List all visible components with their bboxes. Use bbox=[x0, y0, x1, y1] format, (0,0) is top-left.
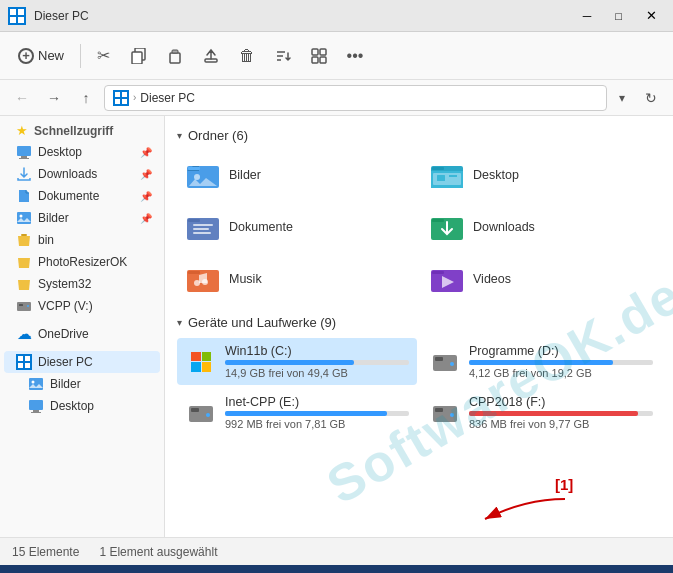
folder-item-desktop[interactable]: Desktop bbox=[421, 151, 661, 199]
drive-c-bar-bg bbox=[225, 360, 409, 365]
sidebar-item-system32[interactable]: System32 bbox=[4, 273, 160, 295]
breadcrumb-separator: › bbox=[133, 92, 136, 103]
forward-button[interactable]: → bbox=[40, 84, 68, 112]
sidebar-item-bilder-tree[interactable]: Bilder bbox=[4, 373, 160, 395]
back-button[interactable]: ← bbox=[8, 84, 36, 112]
drive-item-e[interactable]: Inet-CPP (E:) 992 MB frei von 7,81 GB bbox=[177, 389, 417, 436]
svg-rect-39 bbox=[188, 167, 200, 170]
drives-chevron: ▾ bbox=[177, 317, 182, 328]
share-button[interactable] bbox=[195, 40, 227, 72]
svg-rect-48 bbox=[188, 219, 200, 222]
view-button[interactable] bbox=[303, 40, 335, 72]
sidebar-bilder-label: Bilder bbox=[38, 211, 69, 225]
svg-rect-13 bbox=[320, 49, 326, 55]
sidebar-bilder-tree-label: Bilder bbox=[50, 377, 81, 391]
breadcrumb[interactable]: › Dieser PC bbox=[104, 85, 607, 111]
svg-rect-55 bbox=[188, 271, 200, 274]
paste-button[interactable] bbox=[159, 40, 191, 72]
sort-button[interactable] bbox=[267, 40, 299, 72]
sidebar-item-downloads[interactable]: Downloads 📌 bbox=[4, 163, 160, 185]
annotation: [1] bbox=[555, 476, 573, 493]
svg-rect-45 bbox=[437, 175, 445, 181]
svg-rect-17 bbox=[122, 92, 127, 97]
schnellzugriff-label: Schnellzugriff bbox=[34, 124, 113, 138]
onedrive-icon: ☁ bbox=[16, 326, 32, 342]
downloads-sidebar-icon bbox=[16, 166, 32, 182]
svg-rect-18 bbox=[115, 99, 120, 104]
bilder-folder-icon bbox=[185, 157, 221, 193]
drive-f-bar-fill bbox=[469, 411, 638, 416]
sidebar-system32-label: System32 bbox=[38, 277, 91, 291]
maximize-button[interactable]: □ bbox=[607, 10, 630, 22]
folder-item-videos[interactable]: Videos bbox=[421, 255, 661, 303]
svg-point-24 bbox=[20, 215, 23, 218]
folders-section-header: ▾ Ordner (6) bbox=[177, 128, 661, 143]
svg-rect-14 bbox=[312, 57, 318, 63]
folder-bilder-label: Bilder bbox=[229, 168, 261, 182]
title-bar-icon bbox=[8, 7, 26, 25]
close-button[interactable]: ✕ bbox=[638, 8, 665, 23]
sidebar-item-dieser-pc[interactable]: Dieser PC bbox=[4, 351, 160, 373]
sidebar-item-onedrive[interactable]: ☁ OneDrive bbox=[4, 323, 160, 345]
drive-f-info: CPP2018 (F:) 836 MB frei von 9,77 GB bbox=[469, 395, 653, 430]
sidebar-vcpp-label: VCPP (V:) bbox=[38, 299, 93, 313]
sidebar-item-desktop[interactable]: Desktop 📌 bbox=[4, 141, 160, 163]
drive-d-free: 4,12 GB frei von 19,2 GB bbox=[469, 367, 653, 379]
sidebar-item-dokumente[interactable]: Dokumente 📌 bbox=[4, 185, 160, 207]
drive-c-icon bbox=[185, 346, 217, 378]
svg-rect-30 bbox=[25, 356, 30, 361]
svg-rect-46 bbox=[449, 175, 457, 177]
drive-item-d[interactable]: Programme (D:) 4,12 GB frei von 19,2 GB bbox=[421, 338, 661, 385]
sidebar-item-vcpp[interactable]: VCPP (V:) bbox=[4, 295, 160, 317]
svg-point-66 bbox=[206, 413, 210, 417]
svg-point-69 bbox=[450, 413, 454, 417]
svg-rect-37 bbox=[31, 412, 41, 413]
svg-rect-59 bbox=[432, 271, 444, 274]
cut-button[interactable]: ✂ bbox=[87, 40, 119, 72]
sidebar-downloads-label: Downloads bbox=[38, 167, 97, 181]
sidebar: ★ Schnellzugriff Desktop 📌 Downloads 📌 bbox=[0, 116, 165, 537]
drive-d-bar-fill bbox=[469, 360, 613, 365]
dokumente-folder-icon bbox=[185, 209, 221, 245]
copy-button[interactable] bbox=[123, 40, 155, 72]
svg-rect-6 bbox=[170, 53, 180, 63]
folder-item-dokumente[interactable]: Dokumente bbox=[177, 203, 417, 251]
sidebar-onedrive-label: OneDrive bbox=[38, 327, 89, 341]
folder-musik-label: Musik bbox=[229, 272, 262, 286]
drive-d-bar-bg bbox=[469, 360, 653, 365]
sidebar-dieser-pc-label: Dieser PC bbox=[38, 355, 93, 369]
minimize-button[interactable]: ─ bbox=[575, 9, 600, 23]
svg-rect-25 bbox=[21, 234, 27, 236]
svg-rect-65 bbox=[191, 408, 199, 412]
drive-e-info: Inet-CPP (E:) 992 MB frei von 7,81 GB bbox=[225, 395, 409, 430]
svg-rect-2 bbox=[10, 17, 16, 23]
sidebar-item-bilder[interactable]: Bilder 📌 bbox=[4, 207, 160, 229]
folder-dokumente-label: Dokumente bbox=[229, 220, 293, 234]
svg-rect-19 bbox=[122, 99, 127, 104]
drives-section-header: ▾ Geräte und Laufwerke (9) bbox=[177, 315, 661, 330]
folder-item-musik[interactable]: Musik bbox=[177, 255, 417, 303]
videos-folder-icon bbox=[429, 261, 465, 297]
delete-button[interactable]: 🗑 bbox=[231, 40, 263, 72]
folder-item-bilder[interactable]: Bilder bbox=[177, 151, 417, 199]
title-bar: Dieser PC ─ □ ✕ bbox=[0, 0, 673, 32]
svg-rect-21 bbox=[21, 156, 27, 158]
folder-item-downloads[interactable]: Downloads bbox=[421, 203, 661, 251]
drive-item-f[interactable]: CPP2018 (F:) 836 MB frei von 9,77 GB bbox=[421, 389, 661, 436]
sidebar-item-photoresizer[interactable]: PhotoResizerOK bbox=[4, 251, 160, 273]
refresh-button[interactable]: ↻ bbox=[637, 84, 665, 112]
svg-rect-8 bbox=[205, 59, 217, 62]
svg-rect-3 bbox=[18, 17, 24, 23]
more-button[interactable]: ••• bbox=[339, 40, 371, 72]
drive-item-c[interactable]: Win11b (C:) 14,9 GB frei von 49,4 GB bbox=[177, 338, 417, 385]
svg-point-28 bbox=[27, 305, 29, 307]
svg-point-34 bbox=[32, 381, 35, 384]
bin-icon bbox=[16, 232, 32, 248]
toolbar-separator bbox=[80, 44, 81, 68]
sidebar-item-desktop-tree[interactable]: Desktop bbox=[4, 395, 160, 417]
new-button[interactable]: + New bbox=[8, 43, 74, 69]
up-button[interactable]: ↑ bbox=[72, 84, 100, 112]
sidebar-item-bin[interactable]: bin bbox=[4, 229, 160, 251]
vcpp-drive-icon bbox=[16, 298, 32, 314]
address-dropdown-button[interactable]: ▾ bbox=[611, 87, 633, 109]
